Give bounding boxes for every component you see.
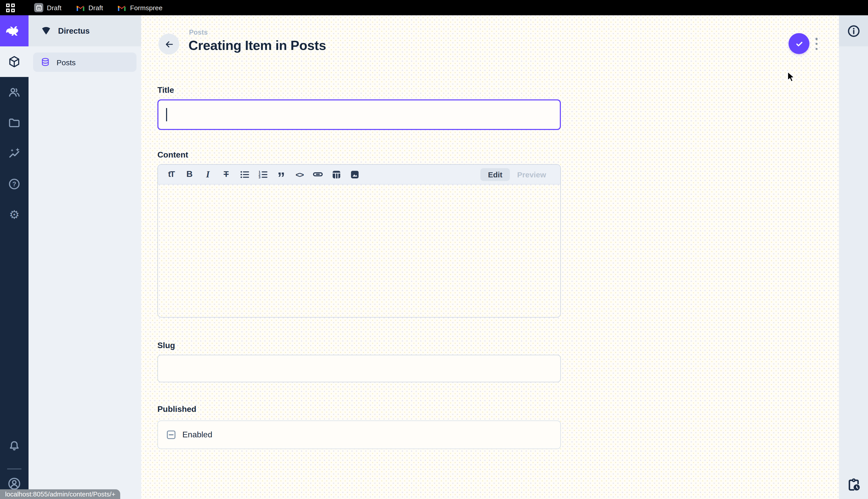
field-label-slug: Slug	[158, 341, 561, 350]
field-label-published: Published	[158, 405, 561, 414]
folder-icon	[8, 116, 21, 130]
google-calendar-icon: 31	[34, 3, 43, 12]
right-sidebar	[839, 15, 868, 499]
notifications-button[interactable]	[0, 431, 28, 461]
arrow-left-icon	[163, 38, 175, 50]
numbered-list-icon: 1 2 3	[257, 169, 268, 180]
bell-icon	[8, 439, 21, 453]
bullet-list-button[interactable]	[239, 167, 250, 181]
gmail-icon	[117, 3, 127, 12]
sidebar-item-posts[interactable]: Posts	[33, 52, 137, 72]
module-files[interactable]	[0, 108, 28, 138]
sidebar-item-label: Posts	[56, 58, 76, 66]
bold-button[interactable]: B	[184, 167, 196, 181]
published-field: Enabled	[158, 421, 561, 449]
link-button[interactable]	[312, 167, 324, 181]
bullet-list-icon	[239, 169, 250, 180]
tab-preview[interactable]: Preview	[510, 168, 553, 181]
module-bar: ? ⚙	[0, 15, 28, 499]
page-title: Creating Item in Posts	[188, 38, 326, 53]
tab-edit[interactable]: Edit	[480, 168, 510, 181]
text-caret	[166, 108, 167, 121]
code-button[interactable]: <>	[294, 167, 305, 181]
box-icon	[8, 55, 21, 68]
italic-button[interactable]: I	[202, 167, 214, 181]
checkbox-label[interactable]: Enabled	[183, 430, 212, 439]
status-url-tooltip: localhost:8055/admin/content/Posts/+	[0, 489, 121, 499]
link-icon	[312, 169, 324, 180]
code-icon: <>	[295, 170, 303, 179]
directus-logo[interactable]	[0, 15, 28, 46]
people-icon	[8, 86, 21, 99]
check-icon	[793, 38, 805, 49]
gear-icon: ⚙	[9, 209, 20, 220]
numbered-list-button[interactable]: 1 2 3	[257, 167, 269, 181]
nav-sidebar: Directus Posts	[28, 15, 141, 499]
help-icon: ?	[8, 178, 21, 191]
bookmark-draft-gmail[interactable]: Draft	[76, 3, 103, 12]
title-input[interactable]	[158, 99, 561, 130]
bookmark-formspree[interactable]: Formspree	[117, 3, 163, 12]
strikethrough-button[interactable]: T	[220, 167, 232, 181]
module-users[interactable]	[0, 77, 28, 108]
item-form: Title Content tT B I T	[158, 86, 561, 449]
svg-text:3: 3	[258, 175, 260, 179]
editor-toolbar: tT B I T 1 2	[158, 165, 560, 184]
table-button[interactable]	[330, 167, 342, 181]
bold-icon: B	[186, 169, 193, 180]
main-content: Posts Creating Item in Posts Title Conte…	[141, 15, 839, 499]
apps-grid-icon[interactable]	[6, 3, 15, 12]
project-name: Directus	[58, 26, 90, 35]
blockquote-button[interactable]: ”	[275, 167, 287, 181]
insights-icon	[8, 147, 21, 160]
markdown-editor: tT B I T 1 2	[158, 164, 561, 318]
field-label-content: Content	[158, 150, 561, 160]
bookmark-draft-calendar[interactable]: 31 Draft	[34, 3, 61, 12]
project-fan-icon	[41, 25, 51, 36]
revisions-button[interactable]	[839, 477, 868, 492]
gmail-icon	[76, 3, 85, 12]
field-label-title: Title	[158, 86, 561, 95]
checkbox-indeterminate-icon[interactable]	[165, 429, 177, 440]
divider	[7, 468, 21, 470]
module-content[interactable]	[0, 46, 28, 77]
info-button[interactable]	[846, 24, 860, 38]
status-url: localhost:8055/admin/content/Posts/+	[5, 490, 115, 498]
rabbit-icon	[5, 24, 23, 37]
module-settings[interactable]: ⚙	[0, 199, 28, 230]
module-docs[interactable]: ?	[0, 169, 28, 199]
more-options-button[interactable]	[815, 38, 819, 50]
browser-bookmarks-bar: 31 Draft Draft Formspree	[0, 0, 868, 15]
directus-app: 31 Draft Draft Formspree	[0, 0, 868, 499]
module-insights[interactable]	[0, 138, 28, 169]
revisions-clipboard-clock-icon	[846, 477, 861, 492]
svg-text:31: 31	[37, 7, 40, 10]
slug-input[interactable]	[158, 355, 561, 382]
breadcrumb[interactable]: Posts	[189, 28, 208, 36]
info-icon	[846, 24, 860, 38]
content-textarea[interactable]	[158, 184, 560, 317]
blockquote-icon: ”	[277, 176, 285, 180]
image-icon	[349, 169, 360, 180]
italic-icon: I	[206, 169, 210, 180]
bookmark-label: Draft	[47, 4, 61, 11]
save-button[interactable]	[789, 33, 809, 54]
table-icon	[331, 169, 341, 180]
database-icon	[40, 57, 50, 67]
text-size-icon: tT	[168, 170, 174, 179]
avatar-icon	[7, 477, 21, 491]
svg-text:?: ?	[12, 180, 16, 187]
bookmark-label: Formspree	[130, 4, 163, 11]
right-sidebar-header	[839, 15, 868, 46]
bookmark-label: Draft	[88, 4, 103, 11]
back-button[interactable]	[159, 34, 179, 54]
strikethrough-icon: T	[224, 170, 229, 179]
image-button[interactable]	[349, 167, 361, 181]
project-header[interactable]: Directus	[28, 15, 141, 46]
text-size-button[interactable]: tT	[165, 167, 177, 181]
